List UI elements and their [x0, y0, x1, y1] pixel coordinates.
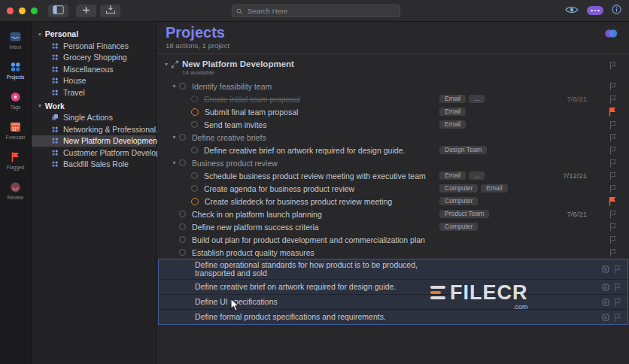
sidebar-item[interactable]: Networking & Professional...	[32, 123, 156, 135]
task-row[interactable]: Define creative brief on artwork require…	[157, 144, 629, 156]
sidebar-item[interactable]: Backfill Sales Role	[32, 159, 156, 171]
clean-up-button[interactable]	[100, 5, 120, 17]
flag-icon[interactable]	[614, 298, 621, 307]
task-checkbox[interactable]	[191, 121, 198, 128]
flag-icon[interactable]	[609, 95, 616, 104]
zoom-button[interactable]	[31, 8, 38, 14]
task-row[interactable]: Submit final team proposalEmail	[157, 105, 629, 118]
flag-icon[interactable]	[609, 146, 616, 155]
sidebar-section-header[interactable]: ▾Work	[32, 100, 156, 112]
task-checkbox[interactable]	[179, 159, 186, 166]
tags-zone: Computer	[439, 197, 558, 205]
sidebar-section-header[interactable]: ▾Personal	[32, 28, 156, 40]
drag-handle-icon[interactable]	[602, 284, 609, 291]
flag-icon[interactable]	[609, 120, 616, 129]
add-item-button[interactable]	[76, 5, 96, 17]
task-row[interactable]: Define new platform success criteriaComp…	[157, 220, 629, 233]
search-input[interactable]	[246, 6, 396, 16]
task-row[interactable]: Establish product quality measures	[157, 246, 629, 259]
projects-icon	[9, 60, 22, 73]
task-checkbox[interactable]	[179, 83, 186, 89]
sidebar-item[interactable]: Customer Platform Develop...	[32, 147, 156, 159]
task-group-row[interactable]: ▾Identify feasibility team	[157, 80, 629, 93]
flag-icon[interactable]	[614, 265, 621, 274]
flag-icon[interactable]	[609, 248, 616, 257]
disclosure-triangle-icon[interactable]: ▾	[169, 159, 179, 166]
flag-icon[interactable]	[609, 210, 616, 219]
task-row[interactable]: Create initial team proposalEmail...7/8/…	[157, 93, 629, 105]
sidebar-item[interactable]: House	[32, 75, 156, 87]
flag-icon[interactable]	[609, 159, 616, 168]
sidebar-item[interactable]: Grocery Shopping	[32, 52, 156, 64]
task-checkbox[interactable]	[179, 223, 186, 230]
flag-icon[interactable]	[609, 107, 616, 117]
view-eye-icon[interactable]	[565, 4, 579, 17]
sidebar-item[interactable]: Travel	[32, 86, 156, 99]
sidebar-toggle-button[interactable]	[48, 5, 68, 17]
task-row[interactable]: Check in on platform launch planningProd…	[157, 208, 629, 220]
disclosure-triangle-icon[interactable]: ▾	[38, 102, 41, 109]
task-group-row[interactable]: ▾Business product review	[157, 156, 629, 169]
flag-icon[interactable]	[609, 61, 616, 70]
sidebar-item-label: New Platform Development	[63, 136, 160, 145]
rail-item-projects[interactable]: Projects	[0, 60, 31, 80]
task-checkbox[interactable]	[179, 134, 186, 141]
minimize-button[interactable]	[19, 8, 26, 14]
flag-icon[interactable]	[609, 82, 616, 91]
drag-handle-icon[interactable]	[602, 299, 609, 306]
disclosure-triangle-icon[interactable]: ▾	[38, 31, 41, 38]
task-checkbox[interactable]	[191, 108, 199, 116]
sidebar-item[interactable]: New Platform Development	[32, 135, 156, 147]
task-row[interactable]: Define formal product specifications and…	[159, 309, 627, 324]
task-row[interactable]: Schedule business product review meeting…	[157, 169, 629, 182]
flag-icon[interactable]	[614, 313, 621, 322]
project-grid-icon	[51, 53, 59, 61]
task-row[interactable]: Send team invitesEmail	[157, 118, 629, 131]
rail-item-forecast[interactable]: Forecast	[0, 120, 31, 140]
task-checkbox[interactable]	[191, 185, 198, 192]
sidebar-item[interactable]: Personal Finances	[32, 40, 156, 52]
task-checkbox[interactable]	[191, 147, 198, 153]
task-checkbox[interactable]	[179, 236, 186, 243]
task-group-row[interactable]: ▾Define creative briefs	[157, 131, 629, 144]
disclosure-triangle-icon[interactable]: ▾	[169, 134, 179, 141]
task-row[interactable]: Build out plan for product development a…	[157, 233, 629, 246]
flag-icon[interactable]	[609, 235, 616, 244]
task-row[interactable]: Define creative brief on artwork require…	[159, 279, 627, 294]
flag-icon[interactable]	[609, 133, 616, 142]
search-field[interactable]	[232, 5, 400, 17]
sidebar-item[interactable]: Single Actions	[32, 112, 156, 124]
expand-collapse-icon[interactable]	[171, 60, 182, 68]
perspective-pill-icon[interactable]	[587, 6, 603, 15]
rail-item-review[interactable]: Review	[0, 180, 31, 200]
task-row[interactable]: Define UI specifications	[159, 294, 627, 309]
disclosure-triangle-icon[interactable]: ▾	[162, 61, 171, 68]
flag-icon[interactable]	[614, 283, 621, 292]
inspector-info-icon[interactable]	[612, 4, 621, 17]
task-checkbox[interactable]	[191, 172, 198, 179]
task-row[interactable]: Create slidedeck for business product re…	[157, 195, 629, 208]
sidebar-item[interactable]: Miscellaneous	[32, 63, 156, 75]
flag-icon[interactable]	[609, 196, 616, 206]
rail-item-label: Flagged	[7, 165, 25, 170]
task-checkbox[interactable]	[179, 211, 186, 217]
task-row[interactable]: Define operational standards for how pro…	[159, 259, 627, 279]
rail-item-tags[interactable]: Tags	[0, 90, 31, 110]
disclosure-triangle-icon[interactable]: ▾	[169, 83, 179, 89]
flag-icon[interactable]	[609, 223, 616, 232]
task-row[interactable]: Create agenda for business product revie…	[157, 182, 629, 195]
toolbar-right	[565, 0, 621, 21]
task-checkbox[interactable]	[179, 249, 186, 256]
drag-handle-icon[interactable]	[602, 265, 609, 273]
task-checkbox[interactable]	[191, 96, 198, 102]
flag-icon[interactable]	[609, 171, 616, 180]
task-checkbox[interactable]	[191, 198, 199, 205]
main-content: Projects 18 actions, 1 project ▾ New Pla…	[157, 21, 629, 364]
view-options-icon[interactable]	[603, 28, 618, 42]
date-zone: 7/12/21	[558, 171, 596, 180]
flag-icon[interactable]	[609, 184, 616, 193]
rail-item-inbox[interactable]: Inbox	[0, 30, 31, 50]
close-button[interactable]	[7, 8, 14, 14]
rail-item-flagged[interactable]: Flagged	[0, 150, 31, 170]
drag-handle-icon[interactable]	[602, 314, 609, 321]
